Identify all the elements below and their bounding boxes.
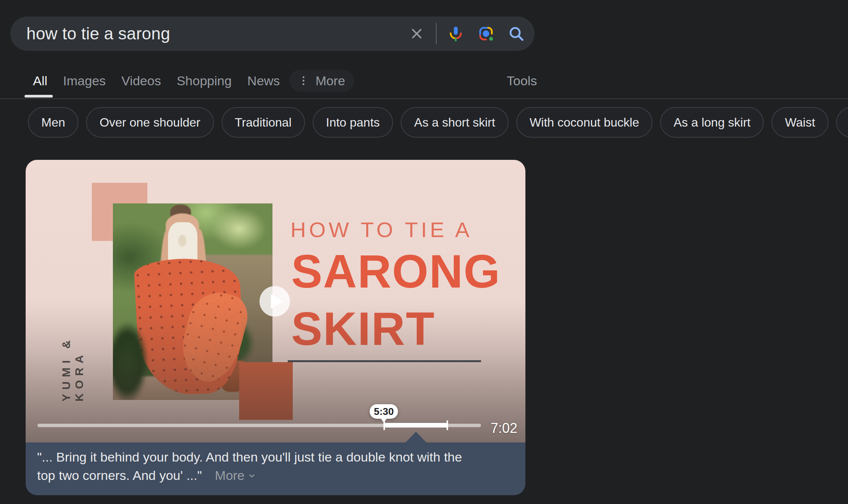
chevron-down-icon: [247, 471, 257, 481]
tab-more-label: More: [315, 73, 345, 88]
caption-text: "... Bring it behind your body. And then…: [37, 448, 515, 484]
video-result-card[interactable]: YUMI & KORA HOW TO TIE A SARONG SKIRT 5:…: [26, 160, 525, 495]
caption-more-label: More: [215, 468, 245, 483]
google-search-results-page: how to tie a sarong: [0, 0, 848, 504]
tab-images[interactable]: Images: [63, 73, 106, 88]
more-vertical-dots-icon: [297, 74, 310, 87]
timestamp-bubble-pointer: [380, 418, 387, 423]
filter-chips-row: Men Over one shoulder Traditional Into p…: [28, 107, 848, 138]
tab-videos[interactable]: Videos: [121, 73, 161, 88]
play-icon: [271, 294, 282, 309]
video-progress-highlight-segment[interactable]: [384, 423, 447, 428]
searchbar-divider: [436, 23, 437, 44]
tab-shopping[interactable]: Shopping: [177, 73, 232, 88]
chip-waist[interactable]: Waist: [771, 107, 828, 138]
microphone-icon: [447, 25, 465, 42]
caption-more-button[interactable]: More: [215, 468, 257, 483]
chip-as-a-top[interactable]: As a top: [836, 107, 848, 138]
search-bar[interactable]: how to tie a sarong: [10, 16, 535, 51]
chip-as-a-short-skirt[interactable]: As a short skirt: [401, 107, 509, 138]
tools-button[interactable]: Tools: [507, 68, 537, 93]
caption-panel: "... Bring it behind your body. And then…: [26, 442, 525, 495]
caption-notch: [406, 432, 426, 442]
google-lens-icon: [477, 25, 495, 42]
clear-search-button[interactable]: [408, 25, 426, 42]
chip-over-one-shoulder[interactable]: Over one shoulder: [86, 107, 214, 138]
search-submit-button[interactable]: [507, 25, 525, 42]
caption-line1: "... Bring it behind your body. And then…: [37, 450, 462, 464]
search-icon: [507, 25, 525, 42]
tab-more[interactable]: More: [289, 70, 354, 92]
search-input[interactable]: how to tie a sarong: [26, 24, 408, 43]
chip-men[interactable]: Men: [28, 107, 78, 138]
chip-with-coconut-buckle[interactable]: With coconut buckle: [516, 107, 652, 138]
header-divider: [0, 98, 848, 99]
timestamp-bubble: 5:30: [370, 404, 398, 419]
tabs-list: All Images Videos Shopping News More: [33, 68, 354, 93]
caption-line2: top two corners. And you' ...": [37, 468, 202, 483]
chip-traditional[interactable]: Traditional: [222, 107, 305, 138]
play-button[interactable]: [259, 286, 290, 317]
segment-end-marker: [447, 420, 448, 430]
voice-search-button[interactable]: [447, 25, 465, 42]
video-thumbnail[interactable]: YUMI & KORA HOW TO TIE A SARONG SKIRT 5:…: [26, 160, 525, 442]
lens-search-button[interactable]: [477, 25, 495, 42]
results-nav: All Images Videos Shopping News More Too…: [0, 68, 848, 93]
tab-news[interactable]: News: [247, 73, 280, 88]
video-duration: 7:02: [491, 420, 517, 436]
chip-into-pants[interactable]: Into pants: [313, 107, 393, 138]
active-tab-underline: [24, 95, 53, 98]
chip-as-a-long-skirt[interactable]: As a long skirt: [660, 107, 764, 138]
close-icon: [409, 26, 425, 42]
tab-all[interactable]: All: [33, 73, 47, 88]
